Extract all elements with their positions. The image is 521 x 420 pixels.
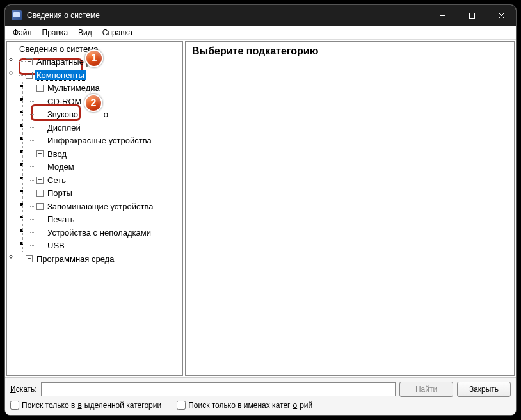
menu-view[interactable]: Вид — [74, 27, 96, 38]
minimize-button[interactable] — [428, 5, 457, 26]
callout-1: 1 — [85, 49, 103, 67]
only-selected-checkbox[interactable]: Поиск только в выделенной категории — [10, 401, 161, 410]
search-label: Искать: — [10, 385, 37, 394]
svg-rect-1 — [469, 13, 474, 18]
search-input[interactable] — [41, 382, 396, 396]
close-button[interactable] — [486, 5, 516, 26]
tree-network[interactable]: +Сеть — [30, 174, 181, 186]
window-title: Сведения о системе — [27, 11, 428, 20]
tree-storage[interactable]: +Запоминающие устройства — [30, 200, 181, 212]
tree-modem[interactable]: Модем — [30, 161, 181, 173]
tree-ports[interactable]: +Порты — [30, 188, 181, 199]
menubar: Файл Правка Вид Справка — [5, 26, 516, 40]
detail-pane: Выберите подкатегорию — [185, 41, 515, 376]
tree-cdrom[interactable]: CD-ROM — [30, 95, 181, 107]
tree-display[interactable]: Дисплей — [30, 122, 181, 133]
menu-help[interactable]: Справка — [99, 27, 136, 38]
menu-edit[interactable]: Правка — [38, 27, 72, 38]
tree-software-env[interactable]: +Программная среда — [19, 253, 181, 264]
detail-heading: Выберите подкатегорию — [192, 45, 508, 57]
tree-pane[interactable]: 1 2 Сведения о системе +Аппаратные р −Ко… — [6, 41, 183, 376]
tree-components[interactable]: −Компоненты — [19, 69, 181, 81]
search-panel: Искать: Найти Закрыть Поиск только в выд… — [5, 377, 516, 415]
tree-infrared[interactable]: Инфракрасные устройства — [30, 135, 181, 147]
window: Сведения о системе Файл Правка Вид Справ… — [5, 5, 516, 415]
maximize-button[interactable] — [457, 5, 486, 26]
tree-printing[interactable]: Печать — [30, 214, 181, 225]
close-search-button[interactable]: Закрыть — [457, 382, 511, 397]
titlebar[interactable]: Сведения о системе — [5, 5, 516, 26]
menu-file[interactable]: Файл — [9, 27, 36, 38]
app-icon — [12, 10, 22, 20]
only-names-checkbox[interactable]: Поиск только в именах категорий — [177, 401, 312, 410]
tree-audio[interactable]: Звуково о — [30, 109, 181, 120]
tree-usb[interactable]: USB — [30, 240, 181, 252]
tree-input[interactable]: +Ввод — [30, 148, 181, 159]
tree-problem-devices[interactable]: Устройства с неполадками — [30, 227, 181, 238]
tree-multimedia[interactable]: +Мультимедиа — [30, 83, 181, 94]
callout-2: 2 — [84, 94, 102, 112]
find-button[interactable]: Найти — [399, 382, 453, 397]
